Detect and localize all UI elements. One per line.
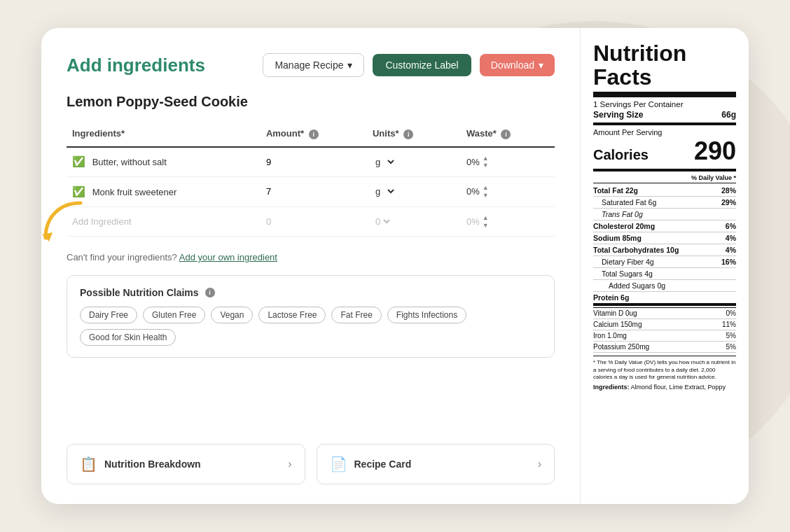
claim-tag: Good for Skin Health [80,329,176,346]
daily-value-header: % Daily Value * [593,174,736,183]
add-ingredient-placeholder[interactable]: Add Ingredient [67,206,261,237]
micronutrient-label: Potassium 250mg [593,343,649,351]
nutrient-row: Total Fat 22g 28% [593,185,736,197]
recipe-card-arrow-icon: › [538,458,541,470]
nutrient-label: Dietary Fiber 4g [593,258,715,266]
spinner-up-icon[interactable]: ▲ [483,214,489,222]
nutrient-label: Sodium 85mg [593,234,715,242]
ingredient-name: Butter, without salt [92,157,167,167]
amount-input[interactable] [266,157,294,167]
nutrient-label: Added Sugars 0g [593,281,715,290]
micronutrient-rows: Vitamin D 0ug 0% Calcium 150mg 11% Iron … [593,307,736,353]
micronutrient-pct: 5% [726,343,736,351]
add-own-ingredient-link[interactable]: Add your own ingredient [179,252,277,262]
nutrient-label: Trans Fat 0g [593,210,715,218]
claim-tag: Lactose Free [258,307,326,323]
spinner-up-icon[interactable]: ▲ [483,155,489,162]
nutrient-row: Cholesterol 20mg 6% [593,220,736,232]
add-ingredient-row: Add Ingredient 0 0 0% ▲ ▼ [67,206,555,237]
download-chevron-icon: ▾ [539,59,543,71]
servings-per-container: 1 Servings Per Container [593,100,736,108]
col-amount: Amount* i [261,122,367,147]
header-row: Add ingredients Manage Recipe ▾ Customiz… [67,53,555,77]
spinner-down-icon[interactable]: ▼ [483,192,489,200]
unit-select[interactable]: g kg oz lb [373,186,396,197]
amount-input[interactable] [266,186,294,197]
waste-value: 0% [466,157,480,167]
claim-tag: Vegan [211,307,253,323]
nutrient-label: Protein 6g [593,293,715,302]
spinner-down-icon[interactable]: ▼ [483,162,489,169]
unit-cell[interactable]: g kg oz lb [367,147,461,177]
claim-tag: Dairy Free [80,307,137,323]
micronutrient-label: Calcium 150mg [593,321,642,328]
download-label: Download [491,59,534,71]
unit-cell[interactable]: g kg oz lb [367,177,461,207]
amount-info-icon: i [309,130,319,139]
claim-tag: Fat Free [331,307,381,323]
manage-recipe-label: Manage Recipe [275,59,343,71]
ingredient-name-cell: ✅ Monk fruit sweetener [67,177,261,207]
claim-tag: Fights Infections [387,307,466,323]
claims-tags: Dairy FreeGluten FreeVeganLactose FreeFa… [80,307,541,346]
amount-cell[interactable] [261,147,367,177]
nutrient-pct [715,293,736,302]
nutrition-footnote: * The % Daily Value (DV) tells you how m… [593,356,736,381]
col-waste: Waste* i [461,122,555,147]
nutrient-row: Trans Fat 0g [593,209,736,220]
nutrient-rows: Total Fat 22g 28% Saturated Fat 6g 29% T… [593,185,736,306]
col-units: Units* i [367,122,461,147]
nutrient-row: Dietary Fiber 4g 16% [593,256,736,268]
ingredient-name-cell: ✅ Butter, without salt [67,147,261,177]
calories-label: Calories [593,147,649,163]
nutrient-pct: 6% [715,222,736,230]
cant-find-text: Can't find your ingredients? Add your ow… [67,252,555,262]
units-info-icon: i [403,130,413,139]
nutrient-pct [715,270,736,278]
add-unit-select[interactable]: 0 [373,216,392,227]
waste-spinner[interactable]: ▲ ▼ [483,155,489,170]
nutrient-pct: 28% [715,186,736,195]
micronutrient-row: Calcium 150mg 11% [593,319,736,330]
nutrient-label: Cholesterol 20mg [593,222,715,230]
nutrient-label: Total Carbohydrates 10g [593,246,715,254]
amount-cell[interactable] [261,177,367,207]
spinner-down-icon[interactable]: ▼ [483,222,489,230]
recipe-card-card[interactable]: 📄 Recipe Card › [317,444,555,484]
svg-marker-0 [42,232,53,241]
serving-size-label: Serving Size [593,110,643,120]
table-row: ✅ Butter, without salt g kg oz lb 0% ▲ ▼ [67,147,555,177]
col-ingredients: Ingredients* [67,122,261,147]
amount-per-serving-label: Amount Per Serving [593,128,736,136]
nutrient-row: Total Sugars 4g [593,268,736,280]
customize-label-button[interactable]: Customize Label [373,54,471,76]
nutrition-facts-panel: Nutrition Facts 1 Servings Per Container… [581,28,749,504]
manage-recipe-button[interactable]: Manage Recipe ▾ [263,53,364,77]
nutrient-pct: 4% [715,246,736,254]
serving-size-value: 66g [721,110,736,120]
add-waste-spinner[interactable]: ▲ ▼ [483,214,489,230]
download-button[interactable]: Download ▾ [480,54,555,76]
unit-select[interactable]: g kg oz lb [373,156,396,168]
add-waste-placeholder: 0% ▲ ▼ [461,206,555,237]
waste-spinner[interactable]: ▲ ▼ [483,184,489,200]
add-amount-placeholder: 0 [261,206,367,237]
micronutrient-pct: 11% [722,321,736,328]
ingredients-list: Ingredients: Almond flour, Lime Extract,… [593,384,736,392]
add-unit-placeholder[interactable]: 0 [367,206,461,237]
nutrient-label: Total Sugars 4g [593,270,715,278]
nutrient-pct: 16% [715,258,736,266]
micronutrient-row: Iron 1.0mg 5% [593,330,736,342]
claims-info-icon: i [205,288,215,298]
verified-icon: ✅ [72,155,85,168]
recipe-name: Lemon Poppy-Seed Cookie [67,94,555,110]
nutrient-pct: 4% [715,234,736,242]
recipe-card-icon: 📄 [330,456,347,472]
micronutrient-label: Iron 1.0mg [593,332,627,340]
nutrition-breakdown-arrow-icon: › [288,458,291,470]
spinner-up-icon[interactable]: ▲ [483,184,489,192]
nutrition-breakdown-card[interactable]: 📋 Nutrition Breakdown › [67,444,305,484]
waste-info-icon: i [501,130,511,139]
micronutrient-label: Vitamin D 0ug [593,309,637,317]
recipe-card-label: Recipe Card [354,458,412,470]
